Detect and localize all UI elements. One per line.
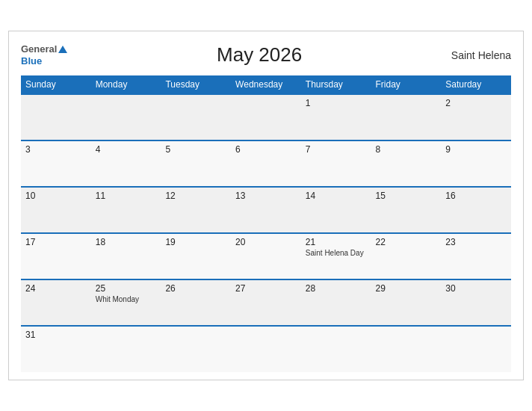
calendar-cell: 8 <box>371 140 442 187</box>
day-number: 13 <box>235 191 297 201</box>
day-number: 21 <box>306 237 367 247</box>
calendar-cell <box>161 326 231 372</box>
calendar-cell: 25Whit Monday <box>91 279 161 326</box>
day-number: 29 <box>376 283 437 294</box>
event-label: Saint Helena Day <box>306 249 367 257</box>
weekday-header-sunday: Sunday <box>21 75 91 94</box>
calendar-cell <box>161 94 231 140</box>
calendar-cell: 6 <box>231 140 301 187</box>
day-number: 26 <box>165 283 226 294</box>
calendar-cell: 30 <box>441 279 511 326</box>
calendar-week-row: 1718192021Saint Helena Day2223 <box>21 233 511 279</box>
calendar-cell: 1 <box>301 94 371 140</box>
day-number: 17 <box>25 237 87 247</box>
logo: General Blue <box>21 43 67 67</box>
day-number: 11 <box>96 191 157 201</box>
day-number: 4 <box>96 144 157 155</box>
day-number: 27 <box>235 283 297 294</box>
calendar-cell: 20 <box>231 233 301 279</box>
calendar-cell <box>21 94 91 140</box>
calendar-cell <box>91 94 161 140</box>
calendar-cell: 26 <box>161 279 231 326</box>
calendar-cell: 4 <box>91 140 161 187</box>
day-number: 25 <box>96 283 157 294</box>
calendar-cell: 14 <box>301 187 371 233</box>
event-label: Whit Monday <box>96 295 157 303</box>
day-number: 19 <box>165 237 226 247</box>
weekday-header-row: SundayMondayTuesdayWednesdayThursdayFrid… <box>21 75 511 94</box>
calendar-region: Saint Helena <box>451 49 511 61</box>
day-number: 31 <box>25 330 87 340</box>
calendar-cell <box>301 326 371 372</box>
calendar-cell: 16 <box>441 187 511 233</box>
calendar-cell: 19 <box>161 233 231 279</box>
calendar-cell: 2 <box>441 94 511 140</box>
calendar-cell: 9 <box>441 140 511 187</box>
calendar-cell: 3 <box>21 140 91 187</box>
calendar-title: May 2026 <box>217 43 302 67</box>
calendar-cell <box>441 326 511 372</box>
logo-triangle-icon <box>58 46 67 53</box>
day-number: 7 <box>306 144 367 155</box>
calendar-cell <box>231 94 301 140</box>
day-number: 6 <box>235 144 297 155</box>
calendar-cell: 5 <box>161 140 231 187</box>
calendar-container: General Blue May 2026 Saint Helena Sunda… <box>8 31 524 380</box>
weekday-header-wednesday: Wednesday <box>231 75 301 94</box>
calendar-cell: 15 <box>371 187 442 233</box>
day-number: 5 <box>165 144 226 155</box>
calendar-week-row: 31 <box>21 326 511 372</box>
calendar-cell: 18 <box>91 233 161 279</box>
day-number: 30 <box>445 283 507 294</box>
calendar-cell <box>371 94 442 140</box>
day-number: 24 <box>25 283 87 294</box>
calendar-cell: 24 <box>21 279 91 326</box>
calendar-cell: 27 <box>231 279 301 326</box>
calendar-cell: 28 <box>301 279 371 326</box>
calendar-cell: 7 <box>301 140 371 187</box>
calendar-cell: 21Saint Helena Day <box>301 233 371 279</box>
calendar-cell: 31 <box>21 326 91 372</box>
calendar-week-row: 2425Whit Monday2627282930 <box>21 279 511 326</box>
day-number: 1 <box>306 98 367 108</box>
calendar-cell <box>371 326 442 372</box>
day-number: 18 <box>96 237 157 247</box>
day-number: 22 <box>376 237 437 247</box>
day-number: 2 <box>445 98 507 108</box>
calendar-week-row: 10111213141516 <box>21 187 511 233</box>
logo-general-text: General <box>21 43 67 55</box>
weekday-header-tuesday: Tuesday <box>161 75 231 94</box>
day-number: 10 <box>25 191 87 201</box>
day-number: 12 <box>165 191 226 201</box>
calendar-table: SundayMondayTuesdayWednesdayThursdayFrid… <box>21 75 511 372</box>
day-number: 20 <box>235 237 297 247</box>
calendar-cell: 12 <box>161 187 231 233</box>
calendar-week-row: 3456789 <box>21 140 511 187</box>
weekday-header-saturday: Saturday <box>441 75 511 94</box>
calendar-week-row: 12 <box>21 94 511 140</box>
weekday-header-friday: Friday <box>371 75 442 94</box>
day-number: 8 <box>376 144 437 155</box>
calendar-cell: 29 <box>371 279 442 326</box>
day-number: 9 <box>445 144 507 155</box>
calendar-cell <box>91 326 161 372</box>
calendar-cell: 11 <box>91 187 161 233</box>
calendar-cell: 10 <box>21 187 91 233</box>
weekday-header-monday: Monday <box>91 75 161 94</box>
day-number: 16 <box>445 191 507 201</box>
calendar-cell: 22 <box>371 233 442 279</box>
day-number: 15 <box>376 191 437 201</box>
calendar-cell: 13 <box>231 187 301 233</box>
day-number: 28 <box>306 283 367 294</box>
calendar-cell <box>231 326 301 372</box>
calendar-header: General Blue May 2026 Saint Helena <box>21 43 511 67</box>
day-number: 14 <box>306 191 367 201</box>
calendar-cell: 23 <box>441 233 511 279</box>
day-number: 3 <box>25 144 87 155</box>
weekday-header-thursday: Thursday <box>301 75 371 94</box>
day-number: 23 <box>445 237 507 247</box>
logo-blue-text: Blue <box>21 55 67 67</box>
calendar-cell: 17 <box>21 233 91 279</box>
